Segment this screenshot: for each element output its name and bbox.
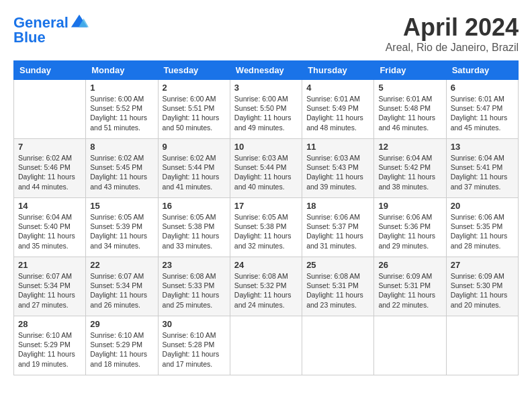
weekday-header: Thursday <box>302 61 374 80</box>
day-info: Sunrise: 6:05 AM Sunset: 5:39 PM Dayligh… <box>90 212 153 250</box>
day-info: Sunrise: 6:05 AM Sunset: 5:38 PM Dayligh… <box>163 212 226 250</box>
calendar-week-row: 1Sunrise: 6:00 AM Sunset: 5:52 PM Daylig… <box>14 80 519 139</box>
calendar-cell: 2Sunrise: 6:00 AM Sunset: 5:51 PM Daylig… <box>158 80 230 139</box>
day-info: Sunrise: 6:00 AM Sunset: 5:51 PM Dayligh… <box>163 94 226 132</box>
calendar-week-row: 21Sunrise: 6:07 AM Sunset: 5:34 PM Dayli… <box>14 257 519 316</box>
calendar-cell: 25Sunrise: 6:08 AM Sunset: 5:31 PM Dayli… <box>302 257 374 316</box>
calendar-week-row: 28Sunrise: 6:10 AM Sunset: 5:29 PM Dayli… <box>14 316 519 375</box>
day-info: Sunrise: 6:09 AM Sunset: 5:30 PM Dayligh… <box>451 271 514 310</box>
day-number: 28 <box>18 319 81 329</box>
day-info: Sunrise: 6:07 AM Sunset: 5:34 PM Dayligh… <box>18 271 81 310</box>
day-info: Sunrise: 6:02 AM Sunset: 5:45 PM Dayligh… <box>90 153 153 191</box>
calendar-cell: 23Sunrise: 6:08 AM Sunset: 5:33 PM Dayli… <box>158 257 230 316</box>
calendar-cell <box>14 80 86 139</box>
day-number: 12 <box>378 142 441 152</box>
calendar-cell: 8Sunrise: 6:02 AM Sunset: 5:45 PM Daylig… <box>86 139 158 198</box>
day-number: 9 <box>163 142 226 152</box>
day-info: Sunrise: 6:09 AM Sunset: 5:31 PM Dayligh… <box>378 271 441 310</box>
day-number: 24 <box>234 260 298 270</box>
day-info: Sunrise: 6:03 AM Sunset: 5:43 PM Dayligh… <box>306 153 369 191</box>
day-info: Sunrise: 6:01 AM Sunset: 5:47 PM Dayligh… <box>451 94 514 132</box>
weekday-header: Friday <box>374 61 446 80</box>
day-number: 20 <box>451 201 514 211</box>
calendar-cell: 13Sunrise: 6:04 AM Sunset: 5:41 PM Dayli… <box>446 139 518 198</box>
calendar-cell: 12Sunrise: 6:04 AM Sunset: 5:42 PM Dayli… <box>374 139 446 198</box>
day-number: 25 <box>306 260 369 270</box>
calendar-cell: 21Sunrise: 6:07 AM Sunset: 5:34 PM Dayli… <box>14 257 86 316</box>
day-number: 17 <box>234 201 298 211</box>
calendar-cell: 30Sunrise: 6:10 AM Sunset: 5:28 PM Dayli… <box>158 316 230 375</box>
calendar-cell: 3Sunrise: 6:00 AM Sunset: 5:50 PM Daylig… <box>230 80 302 139</box>
title-block: April 2024 Areal, Rio de Janeiro, Brazil <box>386 13 519 54</box>
calendar-cell <box>302 316 374 375</box>
day-number: 6 <box>451 83 514 93</box>
calendar-cell: 28Sunrise: 6:10 AM Sunset: 5:29 PM Dayli… <box>14 316 86 375</box>
day-number: 18 <box>306 201 369 211</box>
day-info: Sunrise: 6:08 AM Sunset: 5:31 PM Dayligh… <box>306 271 369 310</box>
day-number: 27 <box>451 260 514 270</box>
day-info: Sunrise: 6:00 AM Sunset: 5:52 PM Dayligh… <box>90 94 153 132</box>
calendar-cell: 19Sunrise: 6:06 AM Sunset: 5:36 PM Dayli… <box>374 198 446 257</box>
calendar-cell: 18Sunrise: 6:06 AM Sunset: 5:37 PM Dayli… <box>302 198 374 257</box>
calendar-body: 1Sunrise: 6:00 AM Sunset: 5:52 PM Daylig… <box>14 80 519 375</box>
day-number: 5 <box>378 83 441 93</box>
calendar-cell <box>446 316 518 375</box>
day-info: Sunrise: 6:10 AM Sunset: 5:29 PM Dayligh… <box>90 330 153 369</box>
day-info: Sunrise: 6:04 AM Sunset: 5:41 PM Dayligh… <box>451 153 514 191</box>
day-number: 15 <box>90 201 153 211</box>
calendar-week-row: 14Sunrise: 6:04 AM Sunset: 5:40 PM Dayli… <box>14 198 519 257</box>
day-info: Sunrise: 6:02 AM Sunset: 5:46 PM Dayligh… <box>18 153 81 191</box>
day-number: 11 <box>306 142 369 152</box>
calendar-cell: 9Sunrise: 6:02 AM Sunset: 5:44 PM Daylig… <box>158 139 230 198</box>
day-info: Sunrise: 6:07 AM Sunset: 5:34 PM Dayligh… <box>90 271 153 310</box>
day-number: 7 <box>18 142 81 152</box>
day-info: Sunrise: 6:03 AM Sunset: 5:44 PM Dayligh… <box>234 153 298 191</box>
calendar-cell: 29Sunrise: 6:10 AM Sunset: 5:29 PM Dayli… <box>86 316 158 375</box>
calendar-cell: 24Sunrise: 6:08 AM Sunset: 5:32 PM Dayli… <box>230 257 302 316</box>
day-number: 4 <box>306 83 369 93</box>
calendar-cell: 15Sunrise: 6:05 AM Sunset: 5:39 PM Dayli… <box>86 198 158 257</box>
calendar-cell: 1Sunrise: 6:00 AM Sunset: 5:52 PM Daylig… <box>86 80 158 139</box>
day-number: 8 <box>90 142 153 152</box>
calendar-cell: 26Sunrise: 6:09 AM Sunset: 5:31 PM Dayli… <box>374 257 446 316</box>
calendar-cell: 20Sunrise: 6:06 AM Sunset: 5:35 PM Dayli… <box>446 198 518 257</box>
day-number: 1 <box>90 83 153 93</box>
weekday-header: Wednesday <box>230 61 302 80</box>
day-number: 2 <box>163 83 226 93</box>
weekday-header: Monday <box>86 61 158 80</box>
calendar-table: SundayMondayTuesdayWednesdayThursdayFrid… <box>13 60 519 375</box>
day-info: Sunrise: 6:10 AM Sunset: 5:29 PM Dayligh… <box>18 330 81 369</box>
day-number: 21 <box>18 260 81 270</box>
day-info: Sunrise: 6:01 AM Sunset: 5:49 PM Dayligh… <box>306 94 369 132</box>
calendar-cell <box>230 316 302 375</box>
day-info: Sunrise: 6:02 AM Sunset: 5:44 PM Dayligh… <box>163 153 226 191</box>
day-info: Sunrise: 6:01 AM Sunset: 5:48 PM Dayligh… <box>378 94 441 132</box>
calendar-cell: 6Sunrise: 6:01 AM Sunset: 5:47 PM Daylig… <box>446 80 518 139</box>
calendar-cell: 11Sunrise: 6:03 AM Sunset: 5:43 PM Dayli… <box>302 139 374 198</box>
day-number: 10 <box>234 142 298 152</box>
day-number: 19 <box>378 201 441 211</box>
day-info: Sunrise: 6:00 AM Sunset: 5:50 PM Dayligh… <box>234 94 298 132</box>
day-info: Sunrise: 6:06 AM Sunset: 5:35 PM Dayligh… <box>451 212 514 250</box>
calendar-cell: 14Sunrise: 6:04 AM Sunset: 5:40 PM Dayli… <box>14 198 86 257</box>
day-number: 30 <box>163 319 226 329</box>
day-info: Sunrise: 6:04 AM Sunset: 5:40 PM Dayligh… <box>18 212 81 250</box>
day-number: 16 <box>163 201 226 211</box>
logo: General Blue <box>13 13 89 46</box>
day-info: Sunrise: 6:08 AM Sunset: 5:33 PM Dayligh… <box>163 271 226 310</box>
weekday-header: Tuesday <box>158 61 230 80</box>
day-number: 3 <box>234 83 298 93</box>
calendar-cell: 4Sunrise: 6:01 AM Sunset: 5:49 PM Daylig… <box>302 80 374 139</box>
calendar-week-row: 7Sunrise: 6:02 AM Sunset: 5:46 PM Daylig… <box>14 139 519 198</box>
weekday-header: Sunday <box>14 61 86 80</box>
calendar-cell: 17Sunrise: 6:05 AM Sunset: 5:38 PM Dayli… <box>230 198 302 257</box>
day-number: 26 <box>378 260 441 270</box>
logo-icon <box>70 13 89 32</box>
day-info: Sunrise: 6:08 AM Sunset: 5:32 PM Dayligh… <box>234 271 298 310</box>
calendar-header-row: SundayMondayTuesdayWednesdayThursdayFrid… <box>14 61 519 80</box>
calendar-cell: 5Sunrise: 6:01 AM Sunset: 5:48 PM Daylig… <box>374 80 446 139</box>
calendar-cell: 22Sunrise: 6:07 AM Sunset: 5:34 PM Dayli… <box>86 257 158 316</box>
calendar-cell: 7Sunrise: 6:02 AM Sunset: 5:46 PM Daylig… <box>14 139 86 198</box>
day-number: 13 <box>451 142 514 152</box>
day-info: Sunrise: 6:06 AM Sunset: 5:36 PM Dayligh… <box>378 212 441 250</box>
